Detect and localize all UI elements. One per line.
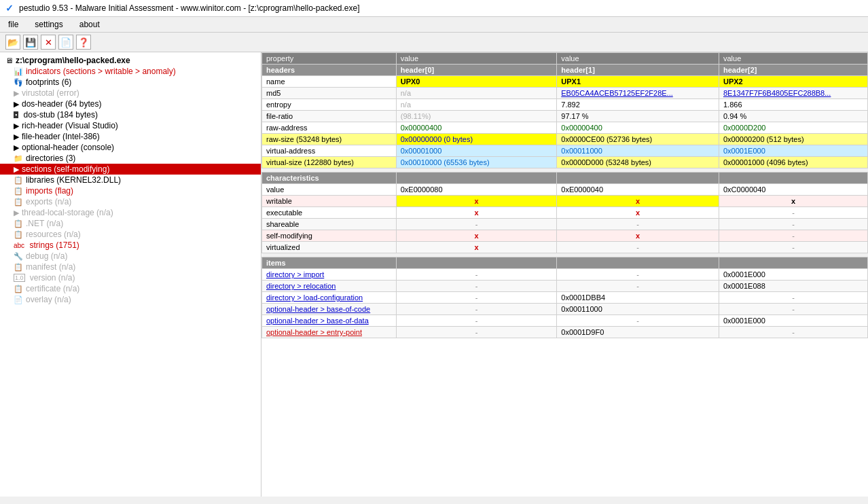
val-md5-0: n/a: [396, 88, 557, 99]
menu-about[interactable]: about: [77, 18, 103, 31]
sidebar-root[interactable]: 🖥 z:\cprogram\hello-packed.exe: [0, 55, 261, 66]
val-raw-address-2: 0x0000D200: [719, 122, 867, 134]
val-opt-entry-0: -: [396, 327, 557, 338]
val-self-modifying-1: x: [557, 230, 719, 242]
sidebar-item-imports[interactable]: 📋 imports (flag): [0, 185, 261, 196]
sidebar-item-dotnet[interactable]: 📋 .NET (n/a): [0, 218, 261, 229]
sidebar-item-virustotal[interactable]: ▶ virustotal (error): [0, 88, 261, 98]
sidebar-item-dos-stub[interactable]: ▪ dos-stub (184 bytes): [0, 109, 261, 120]
prop-entropy: entropy: [262, 99, 397, 111]
optional-header-label: optional-header (console): [22, 143, 258, 152]
val-self-modifying-2: -: [719, 230, 867, 242]
cut-button[interactable]: ✕: [41, 35, 56, 50]
val-opt-base-data-0: -: [396, 315, 557, 327]
overlay-label: overlay (n/a): [26, 295, 258, 304]
sidebar-item-manifest[interactable]: 📋 manifest (n/a): [0, 262, 261, 272]
val-virtual-address-0: 0x00001000: [396, 145, 557, 157]
table-row: self-modifying x x -: [262, 230, 868, 242]
sidebar-item-tls[interactable]: ▶ thread-local-storage (n/a): [0, 207, 261, 218]
val-virtual-size-1: 0x0000D000 (53248 bytes): [557, 157, 719, 168]
val-md5-2[interactable]: 8E1347F7F6B4805EFC288B8...: [719, 88, 867, 99]
table-row: virtual-size (122880 bytes) 0x00010000 (…: [262, 157, 868, 168]
prop-virtual-address: virtual-address: [262, 145, 397, 157]
strings-label: strings (1751): [27, 240, 258, 250]
prop-executable: executable: [262, 207, 397, 219]
indicators-icon: 📊: [14, 67, 23, 76]
menubar: file settings about: [0, 17, 868, 33]
val-dir-reloc-1: -: [557, 281, 719, 292]
resources-label: resources (n/a): [26, 230, 258, 239]
section-h1-label: header[1]: [557, 65, 719, 76]
prop-opt-entry-point[interactable]: optional-header > entry-point: [262, 327, 397, 338]
sidebar-item-resources[interactable]: 📋 resources (n/a): [0, 229, 261, 240]
title-text: pestudio 9.53 - Malware Initial Assessme…: [19, 3, 360, 13]
val-dir-loadcfg-2: -: [719, 292, 867, 304]
libraries-label: libraries (KERNEL32.DLL): [26, 175, 258, 185]
menu-file[interactable]: file: [5, 18, 21, 31]
prop-opt-base-data[interactable]: optional-header > base-of-data: [262, 315, 397, 327]
prop-raw-address: raw-address: [262, 122, 397, 134]
open-button[interactable]: 📂: [5, 35, 20, 50]
help-button[interactable]: ❓: [76, 35, 91, 50]
prop-opt-base-code[interactable]: optional-header > base-of-code: [262, 304, 397, 315]
val-name-1: UPX1: [557, 76, 719, 88]
sidebar-item-strings[interactable]: abc strings (1751): [0, 240, 261, 251]
val-opt-base-code-0: -: [396, 304, 557, 315]
val-virtual-size-2: 0x00001000 (4096 bytes): [719, 157, 867, 168]
dos-stub-icon: ▪: [14, 111, 18, 118]
prop-dir-relocation[interactable]: directory > relocation: [262, 281, 397, 292]
toolbar: 📂 💾 ✕ 📄 ❓: [0, 33, 868, 52]
sidebar-item-rich-header[interactable]: ▶ rich-header (Visual Studio): [0, 120, 261, 131]
sidebar-item-optional-header[interactable]: ▶ optional-header (console): [0, 142, 261, 153]
dotnet-label: .NET (n/a): [26, 219, 258, 228]
main-layout: 🖥 z:\cprogram\hello-packed.exe 📊 indicat…: [0, 52, 868, 497]
val-shareable-1: -: [557, 219, 719, 230]
sidebar-item-footprints[interactable]: 👣 footprints (6): [0, 77, 261, 88]
sidebar-item-certificate[interactable]: 📋 certificate (n/a): [0, 283, 261, 294]
sidebar-item-dos-header[interactable]: ▶ dos-header (64 bytes): [0, 98, 261, 109]
sidebar-item-directories[interactable]: 📁 directories (3): [0, 153, 261, 164]
sidebar-item-exports[interactable]: 📋 exports (n/a): [0, 196, 261, 207]
col-value2: value: [719, 53, 867, 65]
prop-self-modifying: self-modifying: [262, 230, 397, 242]
val-virtual-size-0: 0x00010000 (65536 bytes): [396, 157, 557, 168]
prop-md5: md5: [262, 88, 397, 99]
rich-header-label: rich-header (Visual Studio): [22, 121, 258, 130]
sidebar-item-indicators[interactable]: 📊 indicators (sections > writable > anom…: [0, 66, 261, 77]
resources-icon: 📋: [14, 230, 23, 239]
overlay-icon: 📄: [14, 295, 23, 304]
val-writable-1: x: [557, 196, 719, 207]
val-name-2: UPX2: [719, 76, 867, 88]
table-row: file-ratio (98.11%) 97.17 % 0.94 %: [262, 111, 868, 122]
certificate-icon: 📋: [14, 285, 23, 293]
characteristics-label: characteristics: [262, 173, 397, 184]
val-self-modifying-0: x: [396, 230, 557, 242]
footprints-label: footprints (6): [26, 77, 258, 87]
val-writable-0: x: [396, 196, 557, 207]
save-button[interactable]: 💾: [23, 35, 38, 50]
sidebar-item-version[interactable]: 1.0 version (n/a): [0, 272, 261, 283]
val-dir-reloc-0: -: [396, 281, 557, 292]
prop-shareable: shareable: [262, 219, 397, 230]
sidebar-root-label: z:\cprogram\hello-packed.exe: [16, 56, 258, 65]
table-row: virtualized x - -: [262, 242, 868, 253]
menu-settings[interactable]: settings: [32, 18, 65, 31]
prop-dir-loadcfg[interactable]: directory > load-configuration: [262, 292, 397, 304]
val-virtualized-1: -: [557, 242, 719, 253]
sidebar-item-sections[interactable]: ▶ sections (self-modifying): [0, 164, 261, 175]
sidebar-item-file-header[interactable]: ▶ file-header (Intel-386): [0, 131, 261, 142]
val-dir-loadcfg-1: 0x0001DBB4: [557, 292, 719, 304]
sidebar-item-overlay[interactable]: 📄 overlay (n/a): [0, 294, 261, 305]
virustotal-label: virustotal (error): [22, 88, 258, 98]
sidebar-item-debug[interactable]: 🔧 debug (n/a): [0, 251, 261, 262]
copy-button[interactable]: 📄: [58, 35, 73, 50]
val-raw-size-2: 0x00000200 (512 bytes): [719, 134, 867, 145]
prop-virtual-size: virtual-size (122880 bytes): [262, 157, 397, 168]
prop-dir-import[interactable]: directory > import: [262, 269, 397, 281]
val-opt-base-code-1: 0x00011000: [557, 304, 719, 315]
sections-icon: ▶: [14, 165, 19, 174]
table-row: md5 n/a EB05CA4ACEB57125EF2F28E... 8E134…: [262, 88, 868, 99]
col-value1: value: [557, 53, 719, 65]
sidebar-item-libraries[interactable]: 📋 libraries (KERNEL32.DLL): [0, 175, 261, 185]
val-dir-loadcfg-0: -: [396, 292, 557, 304]
